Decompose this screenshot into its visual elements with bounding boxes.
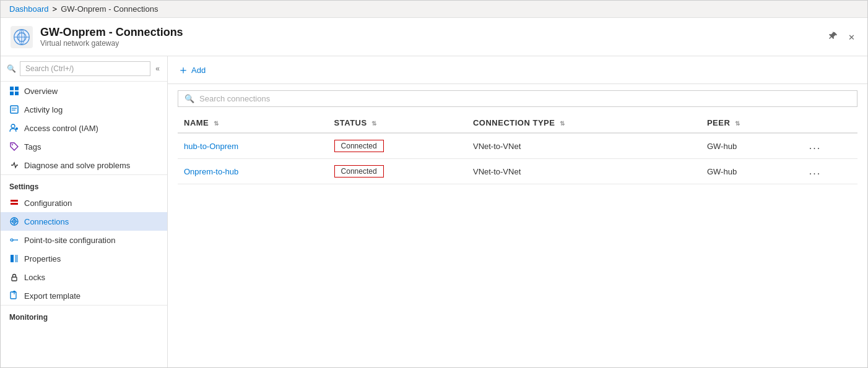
- sidebar-item-configuration[interactable]: Configuration: [1, 194, 167, 212]
- sort-icon-peer: ⇅: [735, 120, 740, 127]
- sidebar-item-properties[interactable]: Properties: [1, 249, 167, 268]
- row1-status: Connected: [334, 140, 384, 152]
- svg-rect-28: [11, 292, 16, 299]
- svg-rect-25: [11, 255, 14, 262]
- svg-rect-6: [15, 87, 19, 90]
- sidebar-collapse-button[interactable]: «: [154, 63, 161, 74]
- svg-point-12: [11, 124, 15, 128]
- search-connections-input[interactable]: [199, 94, 851, 103]
- col-connection-type[interactable]: CONNECTION TYPE ⇅: [467, 113, 701, 133]
- sidebar: 🔍 « Overview Activity log: [1, 56, 168, 367]
- breadcrumb-current: GW-Onprem - Connections: [61, 4, 158, 14]
- row2-status: Connected: [334, 165, 384, 178]
- svg-point-14: [12, 144, 13, 145]
- breadcrumb-separator: >: [53, 4, 58, 14]
- svg-rect-15: [11, 200, 18, 202]
- col-actions: [803, 113, 857, 133]
- search-bar: 🔍: [178, 90, 857, 107]
- breadcrumb: Dashboard > GW-Onprem - Connections: [1, 1, 867, 18]
- content-toolbar: ＋ Add: [168, 56, 867, 84]
- connections-table-container: NAME ⇅ STATUS ⇅ CONNECTION TYPE ⇅: [168, 113, 867, 184]
- sidebar-item-locks[interactable]: Locks: [1, 268, 167, 286]
- sidebar-search-input[interactable]: [20, 61, 150, 76]
- sidebar-item-activity-log[interactable]: Activity log: [1, 100, 167, 119]
- svg-rect-27: [12, 277, 17, 281]
- gateway-icon: [13, 28, 30, 46]
- col-name[interactable]: NAME ⇅: [178, 113, 328, 133]
- row1-peer: GW-hub: [701, 133, 803, 159]
- row1-name[interactable]: hub-to-Onprem: [184, 142, 238, 151]
- sidebar-search-icon: 🔍: [7, 64, 16, 73]
- row1-connection-type: VNet-to-VNet: [467, 133, 701, 159]
- sort-icon-status: ⇅: [371, 120, 377, 127]
- svg-point-13: [15, 127, 18, 130]
- breadcrumb-parent[interactable]: Dashboard: [9, 4, 49, 14]
- svg-rect-9: [11, 106, 18, 113]
- page-icon: [11, 26, 33, 48]
- monitoring-section-label: Monitoring: [1, 305, 167, 324]
- connections-table: NAME ⇅ STATUS ⇅ CONNECTION TYPE ⇅: [178, 113, 857, 184]
- diagnose-icon: [9, 160, 19, 170]
- sidebar-item-tags[interactable]: Tags: [1, 137, 167, 156]
- p2s-icon: [9, 235, 19, 245]
- sort-icon-type: ⇅: [560, 120, 565, 127]
- close-button[interactable]: ✕: [846, 29, 857, 45]
- settings-section-label: Settings: [1, 174, 167, 194]
- sidebar-item-overview[interactable]: Overview: [1, 82, 167, 100]
- svg-point-22: [12, 240, 12, 241]
- svg-rect-5: [10, 87, 14, 90]
- col-status[interactable]: STATUS ⇅: [328, 113, 467, 133]
- export-icon: [9, 291, 19, 301]
- pin-button[interactable]: [826, 28, 841, 46]
- sort-icon-name: ⇅: [214, 120, 219, 127]
- row2-name[interactable]: Onprem-to-hub: [184, 167, 238, 176]
- svg-rect-8: [15, 92, 19, 95]
- page-title: GW-Onprem - Connections: [40, 26, 183, 39]
- overview-icon: [9, 86, 19, 96]
- row2-more-button[interactable]: ...: [809, 166, 821, 177]
- content-area: ＋ Add 🔍 NAME ⇅: [168, 56, 867, 367]
- connections-icon: [9, 216, 19, 226]
- search-icon: 🔍: [184, 94, 194, 103]
- row1-more-button[interactable]: ...: [809, 140, 821, 152]
- tags-icon: [9, 142, 19, 152]
- table-row: Onprem-to-hub Connected VNet-to-VNet GW-…: [178, 159, 857, 184]
- sidebar-item-diagnose[interactable]: Diagnose and solve problems: [1, 156, 167, 174]
- sidebar-item-point-to-site[interactable]: Point-to-site configuration: [1, 231, 167, 249]
- properties-icon: [9, 254, 19, 263]
- row2-connection-type: VNet-to-VNet: [467, 159, 701, 184]
- table-row: hub-to-Onprem Connected VNet-to-VNet GW-…: [178, 133, 857, 159]
- add-button[interactable]: ＋ Add: [178, 62, 206, 77]
- svg-rect-26: [15, 255, 18, 262]
- activity-icon: [9, 105, 19, 114]
- locks-icon: [9, 272, 19, 282]
- row2-peer: GW-hub: [701, 159, 803, 184]
- svg-rect-7: [10, 92, 14, 95]
- svg-rect-16: [11, 203, 18, 205]
- access-icon: [9, 123, 19, 133]
- page-header: GW-Onprem - Connections Virtual network …: [1, 18, 867, 56]
- config-icon: [9, 198, 19, 208]
- sidebar-item-connections[interactable]: Connections: [1, 212, 167, 231]
- svg-point-24: [17, 239, 18, 241]
- add-icon: ＋: [178, 62, 189, 77]
- col-peer[interactable]: PEER ⇅: [701, 113, 803, 133]
- page-subtitle: Virtual network gateway: [40, 39, 183, 48]
- sidebar-item-access-control[interactable]: Access control (IAM): [1, 119, 167, 137]
- sidebar-item-export-template[interactable]: Export template: [1, 286, 167, 305]
